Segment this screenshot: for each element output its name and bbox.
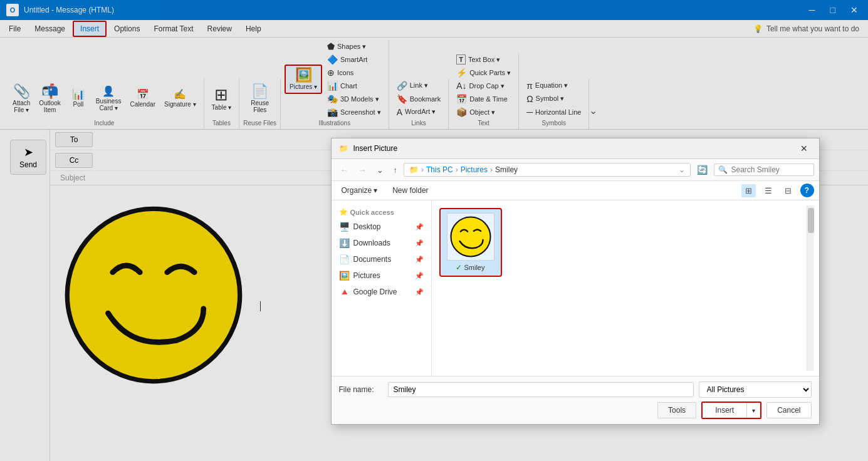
sidebar-desktop[interactable]: 🖥️ Desktop 📌	[332, 219, 431, 235]
sidebar-pictures[interactable]: 🖼️ Pictures 📌	[332, 267, 431, 284]
sidebar-pictures-label: Pictures	[353, 271, 380, 280]
filename-label: File name:	[339, 385, 383, 394]
filename-input[interactable]	[388, 382, 694, 397]
scrollbar-area: ✓ Smiley	[437, 205, 814, 371]
new-folder-button[interactable]: New folder	[387, 184, 433, 197]
view-details-button[interactable]: ☰	[761, 184, 776, 197]
downloads-pin-icon: 📌	[415, 239, 424, 247]
insert-dropdown-button[interactable]: ▾	[747, 403, 760, 418]
pictures-sidebar-icon: 🖼️	[339, 271, 350, 281]
sidebar-documents-label: Documents	[353, 255, 392, 264]
smiley-filename: Smiley	[464, 264, 484, 271]
downloads-icon: ⬇️	[339, 238, 350, 248]
breadcrumb-sep3: ›	[490, 165, 493, 174]
dialog-footer: File name: All Pictures Tools Insert ▾ C…	[332, 376, 819, 424]
google-drive-pin-icon: 📌	[415, 288, 424, 296]
nav-refresh-button[interactable]: 🔄	[693, 163, 711, 177]
sidebar-desktop-label: Desktop	[353, 222, 381, 231]
filetype-select[interactable]: All Pictures	[699, 381, 812, 398]
breadcrumb-dropdown-icon[interactable]: ⌄	[679, 165, 685, 174]
view-medium-icons-button[interactable]: ⊟	[781, 184, 795, 197]
nav-forward-button[interactable]: →	[355, 163, 370, 177]
star-icon: ⭐	[339, 208, 348, 216]
dialog-title-text: Insert Picture	[353, 144, 398, 153]
dialog-overlay: 📁 Insert Picture ✕ ← → ⌄ ↑ 📁 › This PC ›…	[0, 0, 868, 461]
dialog-help-button[interactable]: ?	[800, 184, 814, 197]
desktop-pin-icon: 📌	[415, 223, 424, 231]
dialog-title-left: 📁 Insert Picture	[339, 144, 398, 153]
insert-button[interactable]: Insert	[703, 403, 747, 418]
search-icon: 🔍	[718, 165, 728, 174]
view-large-icons-button[interactable]: ⊞	[741, 184, 756, 197]
tools-button[interactable]: Tools	[657, 402, 696, 418]
breadcrumb-folder-icon: 📁	[409, 165, 419, 174]
quick-access-header: ⭐ Quick access	[332, 205, 431, 219]
dialog-title-bar: 📁 Insert Picture ✕	[332, 138, 819, 159]
google-drive-icon: 🔺	[339, 287, 350, 297]
breadcrumb-smiley: Smiley	[495, 165, 518, 174]
file-thumbnail-smiley	[447, 213, 494, 261]
thumbnail-smiley-svg	[449, 215, 493, 259]
breadcrumb-bar[interactable]: 📁 › This PC › Pictures › Smiley ⌄	[404, 163, 691, 177]
sidebar-google-drive-label: Google Drive	[353, 287, 397, 296]
file-name-smiley: ✓ Smiley	[456, 263, 484, 272]
dialog-body: ⭐ Quick access 🖥️ Desktop 📌 ⬇️ Downloads…	[332, 200, 819, 376]
dialog-sidebar: ⭐ Quick access 🖥️ Desktop 📌 ⬇️ Downloads…	[332, 200, 432, 376]
scrollbar-thumb[interactable]	[808, 208, 814, 233]
sidebar-google-drive[interactable]: 🔺 Google Drive 📌	[332, 284, 431, 300]
documents-pin-icon: 📌	[415, 256, 424, 264]
check-icon: ✓	[456, 263, 462, 272]
nav-up-button[interactable]: ↑	[390, 163, 402, 177]
nav-recent-button[interactable]: ⌄	[373, 163, 387, 177]
documents-icon: 📄	[339, 254, 350, 264]
organize-button[interactable]: Organize ▾	[337, 184, 383, 197]
sidebar-downloads[interactable]: ⬇️ Downloads 📌	[332, 235, 431, 251]
scrollbar[interactable]	[807, 205, 814, 371]
dialog-close-button[interactable]: ✕	[797, 142, 812, 155]
organize-label: Organize	[342, 186, 372, 195]
breadcrumb-thispc[interactable]: This PC	[426, 165, 453, 174]
svg-point-1	[451, 217, 490, 257]
insert-picture-dialog: 📁 Insert Picture ✕ ← → ⌄ ↑ 📁 › This PC ›…	[331, 138, 820, 425]
file-item-smiley[interactable]: ✓ Smiley	[439, 208, 502, 277]
pictures-pin-icon: 📌	[415, 272, 424, 280]
search-box: 🔍	[714, 163, 814, 176]
nav-back-button[interactable]: ←	[337, 163, 352, 177]
breadcrumb-sep2: ›	[456, 165, 458, 174]
sidebar-documents[interactable]: 📄 Documents 📌	[332, 251, 431, 267]
desktop-icon: 🖥️	[339, 222, 350, 232]
quick-access-label: Quick access	[350, 209, 394, 216]
footer-buttons-row: Tools Insert ▾ Cancel	[339, 401, 812, 419]
file-grid: ✓ Smiley	[437, 205, 807, 371]
search-input[interactable]	[731, 165, 807, 174]
cancel-button[interactable]: Cancel	[766, 402, 811, 418]
dialog-toolbar: Organize ▾ New folder ⊞ ☰ ⊟ ?	[332, 181, 819, 200]
organize-dropdown-icon: ▾	[374, 186, 377, 195]
dialog-folder-icon: 📁	[339, 144, 348, 153]
dialog-nav: ← → ⌄ ↑ 📁 › This PC › Pictures › Smiley …	[332, 159, 819, 181]
sidebar-downloads-label: Downloads	[353, 239, 390, 247]
insert-button-group: Insert ▾	[701, 401, 761, 419]
breadcrumb-pictures[interactable]: Pictures	[461, 165, 488, 174]
filename-row: File name: All Pictures	[339, 381, 812, 398]
dialog-content: ✓ Smiley	[432, 200, 819, 376]
breadcrumb-sep1: ›	[421, 165, 424, 174]
